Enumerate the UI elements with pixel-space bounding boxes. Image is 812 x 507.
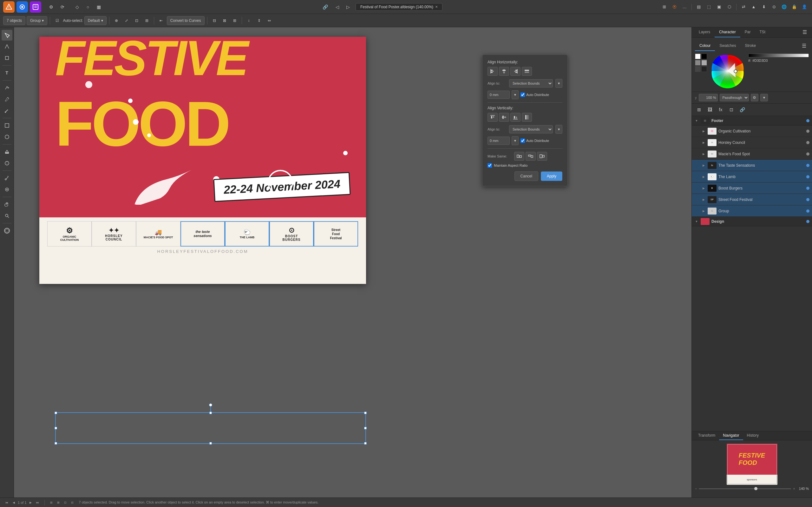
dist3-icon[interactable]: ⊞: [230, 16, 239, 25]
swatch-black[interactable]: [701, 54, 707, 59]
icon10[interactable]: 🔒: [790, 3, 799, 11]
panel-menu-icon[interactable]: ☰: [800, 27, 809, 37]
file-tab[interactable]: Festival of Food Poster.afdesign (140.00…: [356, 3, 443, 11]
auto-distribute-v-checkbox[interactable]: [520, 138, 525, 143]
offset-v-unit[interactable]: ▾: [512, 136, 519, 145]
align-to-h-select[interactable]: Selection Bounds: [509, 79, 553, 88]
make-same-h-btn[interactable]: [525, 152, 536, 161]
layer-lamb[interactable]: ▶ 🐑 The Lamb: [692, 171, 812, 182]
brightness-slider[interactable]: [748, 54, 809, 57]
status-icon2[interactable]: ⊠: [55, 500, 61, 505]
fx-icon[interactable]: fx: [716, 105, 725, 114]
align-offset-h-input[interactable]: [488, 91, 510, 99]
layer-organic[interactable]: ▶ 🌸 Organic Cultivation: [692, 125, 812, 137]
design-expand[interactable]: ▼: [694, 219, 699, 224]
zoom-tool[interactable]: [2, 210, 12, 221]
tab-tst[interactable]: TSt: [755, 27, 770, 38]
status-prev-prev[interactable]: ⏮: [4, 500, 9, 505]
tab-layers[interactable]: Layers: [694, 27, 715, 38]
status-icon3[interactable]: ⊡: [62, 500, 68, 505]
group-btn[interactable]: Group ▾: [27, 16, 47, 25]
boost-expand[interactable]: ▶: [701, 186, 706, 190]
make-same-w-btn[interactable]: [514, 152, 524, 161]
align-to-v-expand[interactable]: ▾: [555, 125, 562, 134]
swatch-gray1[interactable]: [695, 60, 701, 66]
status-next[interactable]: ▶: [28, 500, 34, 505]
grid-icon2[interactable]: ▦: [94, 2, 103, 12]
tab-par[interactable]: Par: [740, 27, 755, 38]
offset-h-unit[interactable]: ▾: [512, 90, 519, 99]
auto-distribute-h-checkbox[interactable]: [520, 93, 525, 97]
blend-settings-icon[interactable]: ⚙: [751, 94, 758, 101]
nav-zoom-thumb[interactable]: [754, 487, 757, 490]
ellipse-tool[interactable]: [2, 131, 12, 142]
footer-expand[interactable]: ▼: [694, 118, 699, 123]
tab-swatches[interactable]: Swatches: [715, 41, 740, 51]
status-next-next[interactable]: ⏭: [35, 500, 41, 505]
taste-expand[interactable]: ▶: [701, 163, 706, 168]
swatch-dark[interactable]: [695, 66, 701, 72]
icon8[interactable]: ⊙: [769, 3, 778, 11]
more3-icon[interactable]: ⇔: [265, 16, 274, 25]
group-expand[interactable]: ▶: [701, 209, 706, 213]
rect-tool[interactable]: [2, 120, 12, 131]
tab-history[interactable]: History: [743, 431, 763, 440]
pen-tool[interactable]: [2, 82, 12, 93]
checkbox-icon[interactable]: ☑: [53, 16, 61, 25]
export4-icon[interactable]: ⬡: [725, 3, 734, 11]
grid-view-icon[interactable]: ⊞: [694, 105, 704, 114]
text-tool[interactable]: T: [2, 67, 12, 78]
opacity-input[interactable]: [699, 94, 718, 101]
layer-macies[interactable]: ▶ M Macie's Food Spot: [692, 148, 812, 160]
nav-right[interactable]: ▷: [344, 2, 353, 12]
tab-transform[interactable]: Transform: [694, 431, 719, 440]
handle-bl[interactable]: [55, 442, 57, 445]
transform-icon[interactable]: ⊞: [142, 16, 151, 25]
layer-horsley[interactable]: ▶ H Horsley Council: [692, 137, 812, 148]
icon6[interactable]: ▲: [749, 3, 758, 11]
nav-left[interactable]: ◁: [333, 2, 342, 12]
maintain-aspect-checkbox[interactable]: [488, 163, 492, 168]
link-icon[interactable]: 🔗: [321, 2, 330, 12]
cancel-button[interactable]: Cancel: [514, 171, 538, 181]
dist1-icon[interactable]: ⊟: [210, 16, 219, 25]
status-prev[interactable]: ◀: [11, 500, 16, 505]
circle-icon[interactable]: ○: [83, 2, 93, 12]
colour-menu-icon[interactable]: ☰: [799, 41, 809, 50]
align-offset-v-input[interactable]: [488, 136, 510, 145]
transform-panel-icon[interactable]: ⊡: [727, 105, 736, 114]
snap-icon[interactable]: ⦿: [670, 3, 679, 11]
export1-icon[interactable]: ▤: [694, 3, 703, 11]
align-top-btn[interactable]: [488, 113, 498, 122]
node-tool[interactable]: [2, 41, 12, 52]
crop-tool[interactable]: [2, 53, 12, 63]
blend-mode-select[interactable]: Passthrough: [720, 94, 749, 101]
sync-icon[interactable]: ⟳: [58, 2, 67, 12]
icon9[interactable]: 🌐: [780, 3, 789, 11]
swatch-gray2[interactable]: [701, 60, 707, 66]
macies-expand[interactable]: ▶: [701, 152, 706, 156]
eyedropper-tool[interactable]: [2, 173, 12, 183]
tab-navigator[interactable]: Navigator: [719, 431, 743, 440]
apply-button[interactable]: Apply: [541, 171, 562, 181]
nav-thumbnail[interactable]: FESTIVEFOOD sponsors: [727, 444, 777, 485]
icon5[interactable]: ⇄: [739, 3, 748, 11]
convert-to-curves-btn[interactable]: Convert to Curves: [167, 16, 205, 25]
user-icon[interactable]: 👤: [800, 3, 809, 11]
default-select[interactable]: Default ▾: [84, 16, 107, 25]
canvas-area[interactable]: festiVE FOOD: [14, 27, 692, 498]
icon7[interactable]: ⬇: [759, 3, 768, 11]
fill-tool[interactable]: [2, 147, 12, 157]
pencil-tool[interactable]: [2, 94, 12, 105]
dist2-icon[interactable]: ⊠: [220, 16, 229, 25]
handle-tl[interactable]: [55, 412, 57, 414]
layer-group[interactable]: ▶ G Group: [692, 205, 812, 217]
resize-icon[interactable]: ⤢: [122, 16, 131, 25]
lamb-expand[interactable]: ▶: [701, 175, 706, 179]
handle-mr[interactable]: [364, 427, 367, 429]
rotation-handle[interactable]: [209, 403, 212, 406]
align-to-h-expand[interactable]: ▾: [555, 79, 562, 88]
align-right-btn[interactable]: [510, 67, 520, 76]
arrange-icon[interactable]: ⊞: [660, 3, 669, 11]
align-bottom-btn[interactable]: [510, 113, 520, 122]
